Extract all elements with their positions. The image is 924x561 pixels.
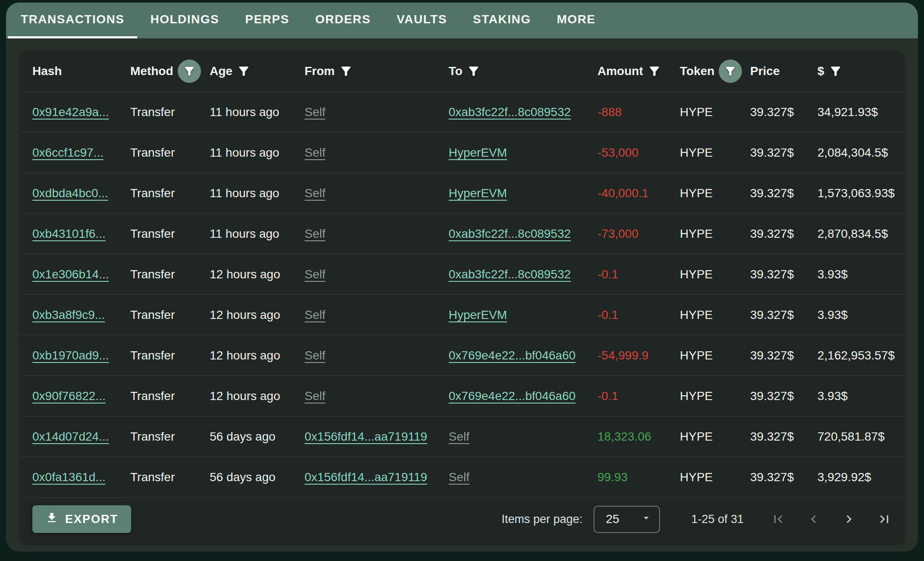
pagination-buttons: [770, 511, 892, 527]
hash-link[interactable]: 0x6ccf1c97...: [32, 146, 104, 159]
tab-staking[interactable]: STAKING: [460, 3, 544, 38]
to-link[interactable]: Self: [449, 430, 469, 443]
to-link[interactable]: 0x769e4e22...bf046a60: [449, 349, 575, 362]
usd-value-cell: 3.93$: [817, 389, 892, 403]
tab-holdings[interactable]: HOLDINGS: [137, 3, 232, 38]
export-button[interactable]: EXPORT: [32, 505, 131, 533]
hash-link[interactable]: 0xb3a8f9c9...: [32, 308, 105, 321]
hash-link[interactable]: 0x0fa1361d...: [32, 470, 106, 484]
token-cell: HYPE: [680, 389, 750, 403]
hash-link[interactable]: 0x90f76822...: [32, 389, 106, 403]
to-link[interactable]: 0xab3fc22f...8c089532: [449, 227, 571, 240]
to-link[interactable]: Self: [449, 470, 469, 484]
token-cell: HYPE: [680, 308, 750, 322]
filter-icon-method[interactable]: [178, 60, 201, 83]
age-cell: 12 hours ago: [210, 268, 305, 281]
from-link[interactable]: Self: [305, 146, 325, 159]
column-header-label: Token: [680, 64, 714, 78]
filter-icon-from[interactable]: [339, 64, 353, 78]
age-cell: 11 hours ago: [210, 105, 305, 119]
usd-value-cell: 2,162,953.57$: [817, 349, 895, 362]
tab-more[interactable]: MORE: [544, 3, 609, 38]
explorer-panel: TRANSACTIONSHOLDINGSPERPSORDERSVAULTSSTA…: [6, 3, 918, 552]
column-header-label: Price: [750, 64, 780, 78]
hash-link[interactable]: 0xb1970ad9...: [32, 349, 109, 362]
last-page-icon: [877, 511, 892, 527]
age-cell: 12 hours ago: [210, 308, 305, 322]
tab-vaults[interactable]: VAULTS: [383, 3, 460, 38]
tab-transactions[interactable]: TRANSACTIONS: [8, 3, 137, 38]
tab-label: STAKING: [473, 13, 531, 26]
table-row: 0x6ccf1c97... Transfer 11 hours ago Self…: [20, 132, 904, 173]
method-cell: Transfer: [130, 105, 210, 119]
last-page-button[interactable]: [877, 511, 892, 527]
from-link[interactable]: Self: [305, 268, 325, 281]
hash-link[interactable]: 0xb43101f6...: [32, 227, 106, 240]
table-row: 0x91e42a9a... Transfer 11 hours ago Self…: [20, 91, 904, 132]
filter-icon-to[interactable]: [467, 64, 481, 78]
table-row: 0xdbda4bc0... Transfer 11 hours ago Self…: [20, 173, 904, 213]
from-link[interactable]: Self: [305, 389, 325, 403]
filter-icon-token[interactable]: [719, 60, 742, 83]
column-header-label: From: [305, 64, 335, 78]
to-link[interactable]: 0x769e4e22...bf046a60: [449, 389, 575, 403]
dropdown-arrow-icon: [640, 512, 652, 527]
price-cell: 39.327$: [750, 430, 817, 444]
table-row: 0x14d07d24... Transfer 56 days ago 0x156…: [20, 416, 904, 457]
price-cell: 39.327$: [750, 186, 817, 200]
amount-cell: 99.93: [597, 470, 680, 484]
tab-label: ORDERS: [315, 13, 371, 26]
to-link[interactable]: HyperEVM: [449, 146, 507, 159]
hash-link[interactable]: 0x14d07d24...: [32, 430, 109, 443]
column-header-label: $: [817, 64, 824, 78]
column-header-label: Hash: [32, 64, 62, 78]
export-button-label: EXPORT: [65, 513, 118, 526]
amount-cell: -54,999.9: [597, 349, 680, 362]
from-link[interactable]: Self: [305, 349, 325, 362]
age-cell: 11 hours ago: [210, 186, 305, 200]
from-link[interactable]: Self: [305, 227, 325, 240]
first-page-icon: [770, 511, 786, 527]
to-link[interactable]: HyperEVM: [449, 186, 507, 200]
tab-orders[interactable]: ORDERS: [302, 3, 384, 38]
method-cell: Transfer: [130, 470, 210, 484]
price-cell: 39.327$: [750, 146, 817, 160]
amount-cell: -0.1: [597, 389, 680, 403]
hash-link[interactable]: 0xdbda4bc0...: [32, 186, 108, 200]
token-cell: HYPE: [680, 470, 750, 484]
price-cell: 39.327$: [750, 227, 817, 241]
filter-icon-amount[interactable]: [647, 64, 661, 78]
tab-label: TRANSACTIONS: [21, 13, 124, 26]
items-per-page-select[interactable]: 25: [594, 506, 660, 533]
from-link[interactable]: Self: [305, 105, 325, 119]
first-page-button[interactable]: [770, 511, 786, 527]
token-cell: HYPE: [680, 146, 750, 160]
hash-link[interactable]: 0x1e306b14...: [32, 268, 109, 281]
to-link[interactable]: 0xab3fc22f...8c089532: [449, 268, 571, 281]
previous-page-button[interactable]: [806, 511, 821, 527]
filter-icon-[interactable]: [829, 64, 842, 78]
to-link[interactable]: HyperEVM: [449, 308, 507, 321]
hash-link[interactable]: 0x91e42a9a...: [32, 105, 109, 119]
from-link[interactable]: 0x156fdf14...aa719119: [305, 470, 427, 484]
to-link[interactable]: 0xab3fc22f...8c089532: [449, 105, 571, 119]
transactions-table-card: Hash Method Age From To Amount Token Pri…: [20, 51, 904, 544]
from-link[interactable]: Self: [305, 308, 325, 321]
from-link[interactable]: Self: [305, 186, 325, 200]
amount-cell: -0.1: [597, 308, 680, 322]
table-header-row: Hash Method Age From To Amount Token Pri…: [20, 51, 904, 91]
next-page-button[interactable]: [841, 511, 857, 527]
method-cell: Transfer: [130, 227, 210, 241]
usd-value-cell: 3.93$: [817, 268, 892, 281]
token-cell: HYPE: [680, 186, 750, 200]
from-link[interactable]: 0x156fdf14...aa719119: [305, 430, 427, 443]
usd-value-cell: 3,929.92$: [817, 470, 892, 484]
amount-cell: -40,000.1: [597, 186, 680, 200]
price-cell: 39.327$: [750, 349, 817, 362]
filter-icon-age[interactable]: [237, 64, 251, 78]
price-cell: 39.327$: [750, 268, 817, 281]
tab-perps[interactable]: PERPS: [232, 3, 302, 38]
token-cell: HYPE: [680, 105, 750, 119]
amount-cell: 18,323.06: [597, 430, 680, 444]
price-cell: 39.327$: [750, 105, 817, 119]
